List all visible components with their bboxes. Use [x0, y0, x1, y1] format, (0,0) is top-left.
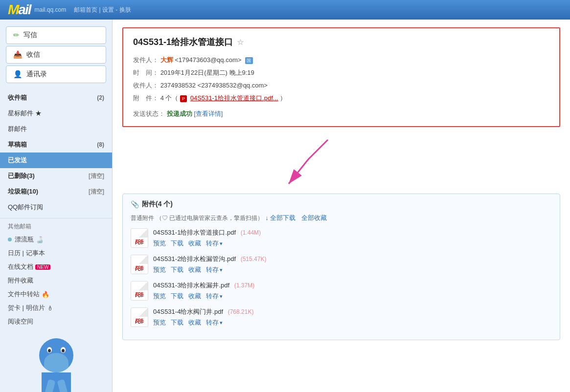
save-4[interactable]: 收藏 [188, 318, 201, 327]
pdf-text-4: PDF [136, 318, 143, 322]
sidebar-item-subscribe[interactable]: QQ邮件订阅 [0, 199, 112, 215]
attachment-actions-3: 预览 下载 收藏 转存 [153, 292, 552, 301]
contacts-icon: 👤 [13, 70, 23, 79]
sidebar-item-group[interactable]: 群邮件 [0, 121, 112, 137]
delivery-detail-link[interactable]: [查看详情] [194, 110, 223, 117]
clip-icon: 📎 [131, 200, 139, 208]
mascot-avatar [0, 338, 112, 387]
pdf-text-1: PDF [136, 239, 143, 243]
pdf-icon-1: PDF [131, 228, 148, 248]
inbox-button[interactable]: 📥 收信 [6, 46, 106, 64]
attachment-name-4: 04S531-4给水阀门井.pdf (768.21K) [153, 307, 552, 316]
file-size-1: (1.44M) [241, 229, 261, 236]
write-label: 写信 [23, 31, 37, 40]
file-size-2: (515.47K) [241, 256, 267, 262]
sidebar-item-docs[interactable]: 在线文档 NEW [0, 260, 112, 274]
main-content: 04S531-1给排水管道接口 ☆ 发件人： 大辉 <179473603@qq.… [113, 20, 570, 392]
attachment-actions-2: 预览 下载 收藏 转存 [153, 265, 552, 274]
header-nav[interactable]: 邮箱首页 | 设置 - 换肤 [74, 6, 131, 14]
sidebar-item-group-label: 群邮件 [8, 125, 27, 133]
attachment-count: 4 个（ [160, 94, 179, 102]
junk-clear-link[interactable]: [清空] [89, 188, 104, 196]
inbox-label: 收信 [26, 50, 40, 59]
preview-4[interactable]: 预览 [153, 318, 166, 327]
write-button[interactable]: ✏ 写信 [6, 26, 106, 44]
attachments-normal-label: 普通附件 （♡ 已通过电脑管家云查杀，擎盾扫描） ↓ 全部下载 全部收藏 [131, 214, 552, 222]
preview-1[interactable]: 预览 [153, 239, 166, 248]
sidebar-item-drift[interactable]: 漂流瓶 🍶 [0, 233, 112, 246]
attachment-name-2: 04S531-2给排水检漏管沟.pdf (515.47K) [153, 255, 552, 263]
sidebar-item-transfer[interactable]: 文件中转站 🔥 [0, 287, 112, 301]
attachment-label: 附 件： [133, 94, 159, 102]
attachment-item-2: PDF 04S531-2给排水检漏管沟.pdf (515.47K) 预览 下载 … [131, 255, 552, 274]
sidebar-item-card[interactable]: 贺卡 | 明信片 🕯 [0, 301, 112, 315]
attachment-link[interactable]: 04S531-1给排水管道接口.pdf... [190, 94, 278, 102]
card-icon: 🕯 [47, 305, 53, 312]
save-2[interactable]: 收藏 [188, 265, 201, 274]
preview-2[interactable]: 预览 [153, 265, 166, 274]
sidebar-item-junk-label: 垃圾箱(10) [8, 187, 38, 196]
sidebar-item-junk[interactable]: 垃圾箱(10) [清空] [0, 184, 112, 199]
sidebar-item-attachment[interactable]: 附件收藏 [0, 274, 112, 287]
pdf-icon-4: PDF [131, 307, 148, 327]
attachment-row: 附 件： 4 个（ P 04S531-1给排水管道接口.pdf... ） [133, 92, 549, 105]
file-size-4: (768.21K) [228, 308, 254, 315]
attachment-info-4: 04S531-4给水阀门井.pdf (768.21K) 预览 下载 收藏 转存 [153, 307, 552, 327]
sidebar-item-subscribe-label: QQ邮件订阅 [8, 203, 43, 212]
sidebar-item-draft[interactable]: 草稿箱 (8) [0, 137, 112, 152]
sidebar-item-draft-label: 草稿箱 [8, 140, 27, 149]
download-3[interactable]: 下载 [171, 292, 183, 301]
download-1[interactable]: 下载 [171, 239, 183, 248]
sidebar-item-starred[interactable]: 星标邮件 ★ [0, 106, 112, 121]
save-all-button[interactable]: 全部收藏 [301, 214, 327, 222]
sender-email: <179473603@qq.com> [175, 56, 241, 64]
deleted-clear-link[interactable]: [清空] [89, 172, 104, 180]
preview-3[interactable]: 预览 [153, 292, 166, 301]
attachments-section: 📎 附件(4 个) 普通附件 （♡ 已通过电脑管家云查杀，擎盾扫描） ↓ 全部下… [122, 194, 560, 340]
pdf-text-3: PDF [136, 291, 143, 296]
attachment-name-3: 04S531-3给排水检漏井.pdf (1.37M) [153, 281, 552, 290]
arrow-svg [259, 135, 357, 194]
attachment-item-1: PDF 04S531-1给排水管道接口.pdf (1.44M) 预览 下载 收藏… [131, 228, 552, 248]
transfer-3[interactable]: 转存 [206, 292, 223, 301]
inbox-icon: 📥 [13, 50, 23, 59]
email-title: 04S531-1给排水管道接口 ☆ [133, 36, 549, 48]
sidebar-item-inbox-label: 收件箱 [8, 93, 27, 102]
sidebar-item-inbox[interactable]: 收件箱 (2) [0, 90, 112, 106]
sidebar-item-deleted[interactable]: 已删除(3) [清空] [0, 168, 112, 184]
transfer-2[interactable]: 转存 [206, 265, 223, 274]
transfer-4[interactable]: 转存 [206, 318, 223, 327]
sidebar-item-sent[interactable]: 已发送 [0, 152, 112, 168]
contacts-button[interactable]: 👤 通讯录 [6, 65, 106, 83]
save-1[interactable]: 收藏 [188, 239, 201, 248]
download-2[interactable]: 下载 [171, 265, 183, 274]
to-row: 收件人： 2374938532 <2374938532@qq.com> [133, 79, 549, 92]
download-all-button[interactable]: ↓ 全部下载 [265, 214, 296, 222]
download-4[interactable]: 下载 [171, 318, 183, 327]
transfer-label: 文件中转站 [8, 290, 40, 299]
transfer-1[interactable]: 转存 [206, 239, 223, 248]
time-row: 时 间： 2019年1月22日(星期二) 晚上9:19 [133, 66, 549, 79]
sidebar-item-sent-label: 已发送 [8, 156, 27, 165]
other-mailbox-section: 其他邮箱 [0, 218, 112, 233]
sidebar-item-diary[interactable]: 日历 | 记事本 [0, 246, 112, 260]
star-button[interactable]: ☆ [237, 38, 244, 47]
pdf-icon-2: PDF [131, 255, 148, 274]
main-layout: ✏ 写信 📥 收信 👤 通讯录 收件箱 (2) 星标邮件 ★ 群邮件 草稿箱 [0, 20, 570, 392]
sender-name[interactable]: 大辉 [160, 56, 173, 64]
pdf-text-2: PDF [136, 265, 143, 269]
attachment-item-3: PDF 04S531-3给排水检漏井.pdf (1.37M) 预览 下载 收藏 … [131, 281, 552, 301]
sender-row: 发件人： 大辉 <179473603@qq.com> 国 [133, 54, 549, 66]
transfer-icon: 🔥 [42, 291, 49, 298]
normal-label: 普通附件 [131, 214, 154, 222]
pdf-icon-3: PDF [131, 281, 148, 301]
verify-icon: 国 [245, 57, 253, 64]
save-3[interactable]: 收藏 [188, 292, 201, 301]
drift-bottle-icon: 🍶 [36, 236, 44, 243]
delivery-status: 发送状态： 投递成功 [查看详情] [133, 109, 549, 118]
file-size-3: (1.37M) [234, 282, 254, 289]
attachment-info-3: 04S531-3给排水检漏井.pdf (1.37M) 预览 下载 收藏 转存 [153, 281, 552, 301]
delivery-status-text: 投递成功 [167, 110, 192, 117]
sidebar-item-blog[interactable]: 阅读空间 [0, 315, 112, 328]
sidebar: ✏ 写信 📥 收信 👤 通讯录 收件箱 (2) 星标邮件 ★ 群邮件 草稿箱 [0, 20, 113, 392]
